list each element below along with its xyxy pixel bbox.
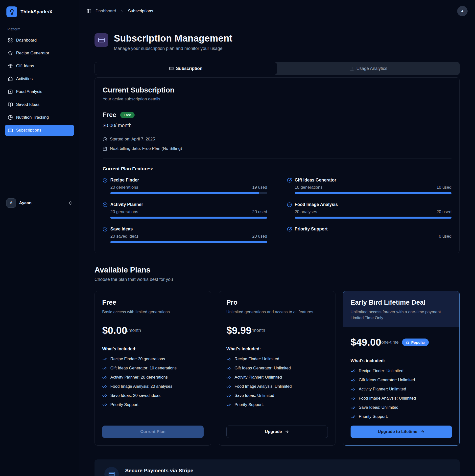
check-check-icon — [351, 387, 356, 392]
breadcrumb: Dashboard Subscriptions — [87, 9, 153, 14]
sidebar-item-label: Saved Ideas — [16, 102, 40, 107]
sidebar-section-label: Platform — [7, 27, 74, 31]
plan-feature: Priority Support: — [226, 402, 328, 407]
book-open-icon — [8, 102, 13, 107]
breadcrumb-dashboard[interactable]: Dashboard — [95, 9, 116, 14]
account-avatar[interactable]: A — [457, 6, 468, 16]
chevron-right-icon — [120, 9, 124, 13]
feature-usage-item: Recipe Finder 20 generations19 used — [103, 178, 267, 194]
popular-badge: Popular — [402, 339, 429, 346]
sidebar-user-menu[interactable]: A Ayaan — [4, 197, 74, 209]
plan-feature: Activity Planner: Unlimited — [351, 387, 452, 392]
feature-usage-item: Save Ideas 20 saved ideas20 used — [103, 227, 267, 243]
arrow-right-icon — [420, 430, 425, 434]
main-area: Dashboard Subscriptions A Subscription M… — [79, 0, 475, 476]
credit-card-icon — [95, 33, 108, 47]
sidebar-nav: Dashboard Recipe Generator Gift Ideas Ac… — [5, 35, 74, 136]
top-bar: Dashboard Subscriptions A — [79, 0, 475, 22]
plan-name: Early Bird Lifetime Deal — [351, 299, 452, 306]
check-check-icon — [102, 375, 107, 380]
tab-subscription[interactable]: Subscription — [95, 62, 277, 75]
check-check-icon — [351, 396, 356, 401]
available-plans-subtitle: Choose the plan that works best for you — [95, 277, 460, 282]
divider — [103, 159, 451, 159]
check-check-icon — [351, 378, 356, 383]
check-check-icon — [102, 384, 107, 389]
circle-check-icon — [287, 178, 292, 183]
credit-card-icon — [104, 467, 119, 476]
plan-description: Unlimited generations and access to all … — [226, 309, 328, 315]
available-plans-title: Available Plans — [95, 266, 460, 274]
chevrons-up-down-icon — [68, 201, 72, 205]
circle-check-icon — [103, 227, 108, 232]
progress-bar — [295, 217, 451, 219]
gift-icon — [8, 64, 13, 68]
lightbulb-icon — [6, 6, 17, 17]
started-on-row: Started on: April 7, 2025 — [103, 137, 451, 142]
pie-chart-icon — [8, 115, 13, 120]
sidebar-item-label: Food Analysis — [16, 89, 42, 94]
plan-feature: Save Ideas: 20 saved ideas — [102, 393, 204, 398]
plan-card-pro: Pro Unlimited generations and access to … — [219, 291, 335, 446]
upgrade-pro-button[interactable]: Upgrade — [226, 426, 328, 438]
sidebar-item-nutrition-tracking[interactable]: Nutrition Tracking — [5, 112, 74, 123]
page-header: Subscription Management Manage your subs… — [95, 33, 460, 51]
user-name: Ayaan — [19, 201, 31, 205]
circle-check-icon — [287, 227, 292, 232]
plan-feature: Recipe Finder: Unlimited — [351, 368, 452, 373]
progress-bar — [110, 192, 267, 194]
check-check-icon — [226, 357, 231, 362]
sidebar-item-subscriptions[interactable]: Subscriptions — [5, 125, 74, 136]
plans-row: Free Basic access with limited generatio… — [95, 291, 460, 446]
current-plan-button[interactable]: Current Plan — [102, 426, 204, 438]
sidebar-item-label: Activities — [16, 76, 33, 81]
page-title: Subscription Management — [114, 33, 233, 44]
plan-card-lifetime: Early Bird Lifetime Deal Unlimited acces… — [343, 291, 460, 446]
page-subtitle: Manage your subscription plan and monito… — [114, 46, 233, 51]
plan-name: Pro — [226, 299, 328, 306]
check-check-icon — [226, 375, 231, 380]
layout-grid-icon — [8, 38, 13, 43]
sidebar-item-recipe-generator[interactable]: Recipe Generator — [5, 47, 74, 59]
check-check-icon — [226, 393, 231, 398]
check-check-icon — [226, 384, 231, 389]
sidebar-toggle-icon[interactable] — [87, 9, 92, 14]
sidebar-item-label: Recipe Generator — [16, 51, 49, 56]
plan-description: Basic access with limited generations. — [102, 309, 204, 315]
upgrade-lifetime-button[interactable]: Upgrade to Lifetime — [351, 426, 452, 438]
next-billing-row: Next billing date: Free Plan (No Billing… — [103, 146, 451, 151]
feature-usage-item: Food Image Analysis 20 analyses20 used — [287, 202, 451, 219]
brand[interactable]: ThinkSparksX — [5, 5, 74, 18]
sidebar-item-saved-ideas[interactable]: Saved Ideas — [5, 99, 74, 110]
sidebar-item-dashboard[interactable]: Dashboard — [5, 35, 74, 46]
next-billing-text: Next billing date: Free Plan (No Billing… — [110, 146, 182, 151]
progress-bar — [110, 217, 267, 219]
check-check-icon — [226, 402, 231, 407]
sidebar: ThinkSparksX Platform Dashboard Recipe G… — [0, 0, 79, 476]
sidebar-item-activities[interactable]: Activities — [5, 73, 74, 85]
plan-name: Free — [102, 299, 204, 306]
circle-check-icon — [103, 178, 108, 183]
plan-feature: Priority Support: — [351, 414, 452, 419]
sidebar-item-food-analysis[interactable]: Food Analysis — [5, 86, 74, 97]
square-plus-icon — [8, 89, 13, 94]
sidebar-item-gift-ideas[interactable]: Gift Ideas — [5, 60, 74, 72]
tab-label: Subscription — [176, 66, 203, 71]
credit-card-icon — [8, 128, 13, 133]
circle-check-icon — [103, 202, 108, 207]
user-avatar: A — [6, 198, 16, 208]
plan-feature: Gift Ideas Generator: Unlimited — [226, 366, 328, 371]
included-title: What's included: — [226, 346, 328, 352]
tab-usage-analytics[interactable]: Usage Analytics — [277, 62, 460, 75]
secure-payments-title: Secure Payments via Stripe — [125, 468, 389, 474]
plan-feature: Save Ideas: Unlimited — [351, 405, 452, 410]
home-icon — [8, 76, 13, 81]
arrow-right-icon — [285, 430, 289, 434]
tab-label: Usage Analytics — [356, 66, 387, 71]
plan-feature: Food Image Analysis: Unlimited — [351, 396, 452, 401]
brand-name: ThinkSparksX — [21, 9, 52, 15]
check-check-icon — [102, 393, 107, 398]
current-plan-name: Free — [103, 111, 116, 119]
circle-check-icon — [287, 202, 292, 207]
plan-price: $49.00 — [351, 337, 381, 348]
